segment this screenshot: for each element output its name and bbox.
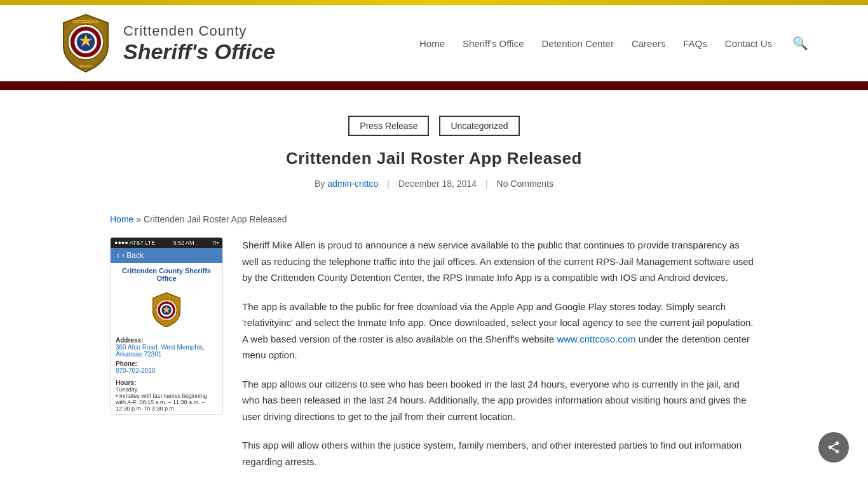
phone-battery: ⊓▪ [212, 240, 219, 246]
phone-hours-area: Hours: Tuesday • Inmates with last names… [111, 377, 222, 414]
tag-press-release[interactable]: Press Release [348, 116, 429, 136]
search-button[interactable]: 🔍 [790, 33, 811, 53]
svg-line-15 [832, 448, 836, 451]
nav-contact-us[interactable]: Contact Us [725, 38, 772, 49]
article-date: December 18, 2014 [398, 179, 477, 189]
top-gold-bar [0, 0, 868, 5]
tag-uncategorized[interactable]: Uncategorized [439, 116, 519, 136]
logo-area: CRITTENDEN CO. SHERIFF Crittenden County… [57, 11, 275, 75]
phone-phone-label: Phone: [116, 360, 217, 367]
author-link[interactable]: admin-crittco [327, 179, 378, 189]
website-link[interactable]: www.crittcoso.com [557, 334, 635, 344]
paragraph-3: The app allows our citizens to see who h… [242, 376, 758, 425]
logo-county-text: Crittenden County [123, 23, 275, 39]
category-tags: Press Release Uncategorized [110, 116, 758, 136]
separator-2: | [485, 179, 488, 189]
breadcrumb-current: Crittenden Jail Roster App Released [144, 214, 287, 224]
svg-text:SHERIFF: SHERIFF [79, 64, 92, 68]
article-title: Crittenden Jail Roster App Released [110, 149, 758, 168]
nav-home[interactable]: Home [419, 38, 445, 49]
breadcrumb-separator: » [136, 214, 144, 224]
phone-address-area: Address: 360 Afco Road, West Memphis, Ar… [111, 334, 222, 377]
phone-phone-value[interactable]: 870-702-2010 [116, 367, 217, 374]
logo-text: Crittenden County Sheriff's Office [123, 23, 275, 64]
svg-point-12 [836, 442, 839, 445]
phone-status-bar: ●●●● AT&T LTE 9:52 AM ⊓▪ [111, 238, 222, 248]
phone-time: 9:52 AM [173, 240, 194, 246]
main-nav: Home Sheriff's Office Detention Center C… [419, 33, 811, 53]
back-label: ‹ Back [122, 251, 144, 260]
breadcrumb: Home » Crittenden Jail Roster App Releas… [110, 214, 758, 224]
svg-text:CRITTENDEN CO.: CRITTENDEN CO. [72, 20, 100, 24]
paragraph-2: The app is available to the public for f… [242, 299, 758, 363]
article-meta: By admin-crittco | December 18, 2014 | N… [110, 179, 758, 189]
breadcrumb-home[interactable]: Home [110, 214, 133, 224]
phone-shield-icon [147, 291, 186, 329]
phone-signal: ●●●● AT&T LTE [114, 240, 155, 246]
phone-back-button[interactable]: ‹ ‹ Back [111, 248, 222, 263]
article-text: Sheriff Mike Allen is proud to announce … [242, 237, 758, 482]
phone-shield-area [111, 286, 222, 334]
phone-hours-value: Tuesday • Inmates with last names beginn… [116, 386, 217, 412]
bottom-header-bar [0, 81, 868, 90]
main-content: Press Release Uncategorized Crittenden J… [53, 90, 815, 488]
svg-line-16 [832, 444, 836, 447]
share-button[interactable] [818, 432, 849, 463]
phone-app-title: Crittenden County Sheriffs Office [111, 263, 222, 286]
logo-office-text: Sheriff's Office [123, 39, 275, 64]
shield-logo: CRITTENDEN CO. SHERIFF [57, 11, 114, 75]
nav-detention-center[interactable]: Detention Center [542, 38, 614, 49]
nav-faqs[interactable]: FAQs [683, 38, 707, 49]
back-chevron-icon: ‹ [117, 251, 119, 260]
phone-address-label: Address: [116, 337, 217, 344]
site-header: CRITTENDEN CO. SHERIFF Crittenden County… [0, 5, 868, 81]
svg-point-13 [829, 445, 832, 449]
meta-by: By admin-crittco [315, 179, 378, 189]
search-icon: 🔍 [792, 36, 808, 50]
phone-screenshot: ●●●● AT&T LTE 9:52 AM ⊓▪ ‹ ‹ Back Critte… [110, 237, 223, 415]
separator-1: | [387, 179, 390, 189]
article-body: ●●●● AT&T LTE 9:52 AM ⊓▪ ‹ ‹ Back Critte… [110, 237, 758, 482]
share-svg-icon [827, 440, 841, 454]
phone-hours-label: Hours: [116, 379, 217, 386]
phone-address-value[interactable]: 360 Afco Road, West Memphis, Arkansas 72… [116, 344, 217, 358]
paragraph-4: This app will allow others within the ju… [242, 437, 758, 470]
nav-careers[interactable]: Careers [632, 38, 665, 49]
paragraph-1: Sheriff Mike Allen is proud to announce … [242, 237, 758, 286]
svg-point-14 [836, 450, 839, 454]
nav-sheriffs-office[interactable]: Sheriff's Office [463, 38, 524, 49]
comments-link[interactable]: No Comments [497, 179, 553, 189]
